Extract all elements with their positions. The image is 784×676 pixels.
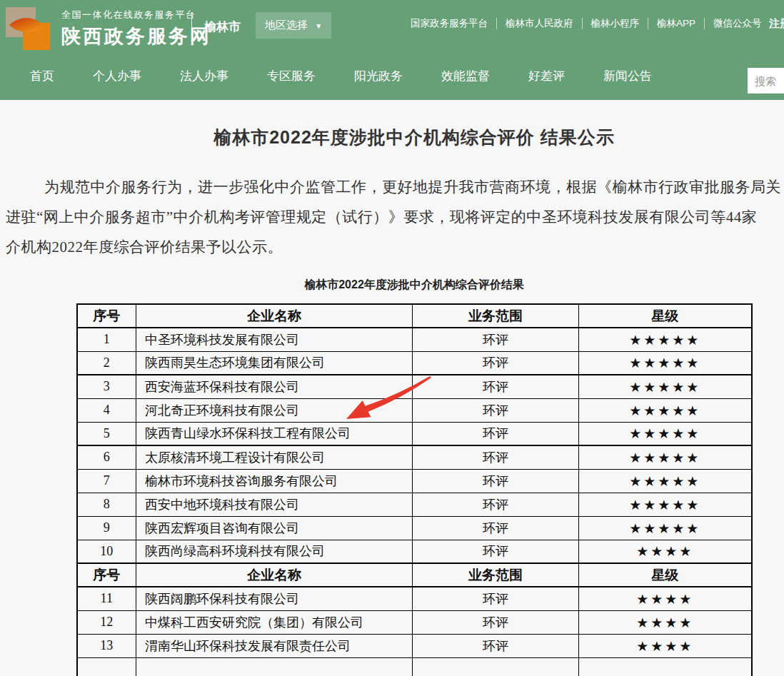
table-row: 1中圣环境科技发展有限公司环评★★★★★	[77, 328, 752, 351]
top-link-4[interactable]: 微信公众号	[705, 18, 770, 29]
evaluation-table: 序号企业名称业务范围星级1中圣环境科技发展有限公司环评★★★★★2陕西雨昊生态环…	[76, 303, 753, 676]
cell-serial: 8	[77, 493, 136, 516]
table-caption: 榆林市2022年度涉批中介机构综合评价结果	[0, 278, 784, 293]
cell-empty	[579, 657, 752, 676]
main-nav: 首页个人办事法人办事专区服务阳光政务效能监督好差评新闻公告	[0, 64, 690, 89]
table-row: 5陕西青山绿水环保科技工程有限公司环评★★★★★	[77, 422, 752, 445]
cell-company-name: 陕西雨昊生态环境集团有限公司	[136, 351, 413, 375]
cell-business-scope: 环评	[413, 610, 579, 634]
top-link-1[interactable]: 榆林市人民政府	[497, 18, 583, 29]
top-links: 国家政务服务平台榆林市人民政府榆林小程序榆林APP微信公众号	[402, 18, 770, 29]
top-link-0[interactable]: 国家政务服务平台	[402, 18, 497, 29]
nav-item-1[interactable]: 个人办事	[93, 64, 141, 89]
cell-serial: 12	[77, 610, 136, 634]
cell-serial: 4	[77, 398, 136, 422]
cell-company-name: 西安中地环境科技有限公司	[136, 493, 413, 516]
cell-business-scope: 环评	[413, 634, 579, 657]
cell-company-name: 中煤科工西安研究院（集团）有限公司	[136, 610, 413, 634]
table-row: 10陕西尚绿高科环境科技有限公司环评★★★★	[77, 540, 752, 563]
site-logo-icon	[6, 6, 50, 50]
cell-star-rating: ★★★★★	[579, 493, 752, 516]
brand-divider	[191, 13, 192, 41]
cell-star-rating: ★★★★★	[579, 445, 752, 469]
cell-star-rating: ★★★★★	[579, 516, 752, 540]
nav-item-6[interactable]: 好差评	[528, 64, 565, 89]
paragraph-line-2: 进驻“网上中介服务超市”中介机构考评管理规定（试行）》要求，现将评定的中圣环境科…	[6, 202, 784, 232]
cell-star-rating: ★★★★★	[579, 375, 752, 398]
nav-item-4[interactable]: 阳光政务	[354, 64, 403, 89]
nav-item-7[interactable]: 新闻公告	[603, 64, 652, 89]
page-title: 榆林市2022年度涉批中介机构综合评价 结果公示	[0, 126, 784, 149]
cell-serial: 9	[77, 516, 136, 540]
cell-business-scope: 环评	[413, 398, 579, 422]
nav-item-5[interactable]: 效能监督	[441, 64, 490, 89]
column-header: 星级	[579, 304, 752, 328]
table-header-row: 序号企业名称业务范围星级	[77, 563, 752, 587]
cell-company-name: 渭南华山环保科技发展有限责任公司	[136, 634, 413, 657]
cell-company-name: 陕西尚绿高科环境科技有限公司	[136, 540, 413, 563]
nav-item-0[interactable]: 首页	[30, 64, 54, 89]
cell-serial: 6	[77, 445, 136, 469]
cell-business-scope: 环评	[413, 422, 579, 445]
table-row-partial	[77, 657, 752, 676]
paragraph-line-1: 为规范中介服务行为，进一步强化中介监管工作，更好地提升我市营商环境，根据《榆林市…	[6, 172, 784, 202]
cell-serial: 11	[77, 587, 136, 610]
cell-business-scope: 环评	[413, 445, 579, 469]
cell-star-rating: ★★★★	[579, 634, 752, 657]
column-header: 序号	[77, 563, 136, 587]
chevron-down-icon: ▼	[315, 22, 322, 30]
cell-business-scope: 环评	[413, 351, 579, 375]
table-row: 12中煤科工西安研究院（集团）有限公司环评★★★★	[77, 610, 752, 634]
top-link-2[interactable]: 榆林小程序	[583, 18, 649, 29]
cell-serial: 5	[77, 422, 136, 445]
cell-star-rating: ★★★★★	[579, 469, 752, 493]
column-header: 星级	[579, 563, 752, 587]
site-name: 陕西政务服务网	[61, 24, 211, 49]
cell-company-name: 西安海蓝环保科技有限公司	[136, 375, 413, 398]
platform-tagline: 全国一体化在线政务服务平台	[61, 9, 211, 21]
cell-serial: 7	[77, 469, 136, 493]
cell-business-scope: 环评	[413, 587, 579, 610]
cell-serial: 3	[77, 375, 136, 398]
column-header: 企业名称	[136, 563, 413, 587]
cell-company-name: 中圣环境科技发展有限公司	[136, 328, 413, 351]
cell-business-scope: 环评	[413, 375, 579, 398]
top-link-3[interactable]: 榆林APP	[648, 18, 705, 29]
column-header: 业务范围	[413, 563, 579, 587]
paragraph-line-3: 介机构2022年度综合评价结果予以公示。	[6, 232, 784, 262]
nav-item-2[interactable]: 法人办事	[180, 64, 228, 89]
cell-star-rating: ★★★★★	[579, 351, 752, 375]
column-header: 序号	[77, 304, 136, 328]
site-header: 全国一体化在线政务服务平台 陕西政务服务网 榆林市 地区选择 ▼ 国家政务服务平…	[0, 0, 784, 100]
brand-text: 全国一体化在线政务服务平台 陕西政务服务网	[61, 6, 211, 49]
nav-item-3[interactable]: 专区服务	[267, 64, 316, 89]
cell-serial: 10	[77, 540, 136, 563]
cell-star-rating: ★★★★★	[579, 328, 752, 351]
current-city-label: 榆林市	[204, 19, 241, 35]
cell-company-name: 陕西阔鹏环保科技有限公司	[136, 587, 413, 610]
table-row: 8西安中地环境科技有限公司环评★★★★★	[77, 493, 752, 516]
region-select-button[interactable]: 地区选择 ▼	[256, 12, 331, 39]
cell-empty	[77, 657, 136, 676]
cell-star-rating: ★★★★★	[579, 422, 752, 445]
cell-empty	[136, 657, 413, 676]
cell-business-scope: 环评	[413, 493, 579, 516]
table-row: 13渭南华山环保科技发展有限责任公司环评★★★★	[77, 634, 752, 657]
cell-business-scope: 环评	[413, 516, 579, 540]
site-logo-brand[interactable]: 全国一体化在线政务服务平台 陕西政务服务网	[6, 6, 211, 50]
table-row: 3西安海蓝环保科技有限公司环评★★★★★	[77, 375, 752, 398]
cell-serial: 2	[77, 351, 136, 375]
cell-business-scope: 环评	[413, 469, 579, 493]
column-header: 业务范围	[413, 304, 579, 328]
region-select-label: 地区选择	[265, 19, 308, 31]
table-row: 11陕西阔鹏环保科技有限公司环评★★★★	[77, 587, 752, 610]
cell-company-name: 陕西宏辉项目咨询有限公司	[136, 516, 413, 540]
table-row: 6太原核清环境工程设计有限公司环评★★★★★	[77, 445, 752, 469]
table-row: 4河北奇正环境科技有限公司环评★★★★★	[77, 398, 752, 422]
cell-serial: 13	[77, 634, 136, 657]
search-input[interactable]	[748, 68, 784, 94]
cell-star-rating: ★★★★★	[579, 398, 752, 422]
table-row: 2陕西雨昊生态环境集团有限公司环评★★★★★	[77, 351, 752, 375]
cell-business-scope: 环评	[413, 328, 579, 351]
register-link[interactable]: 注册	[769, 17, 784, 31]
